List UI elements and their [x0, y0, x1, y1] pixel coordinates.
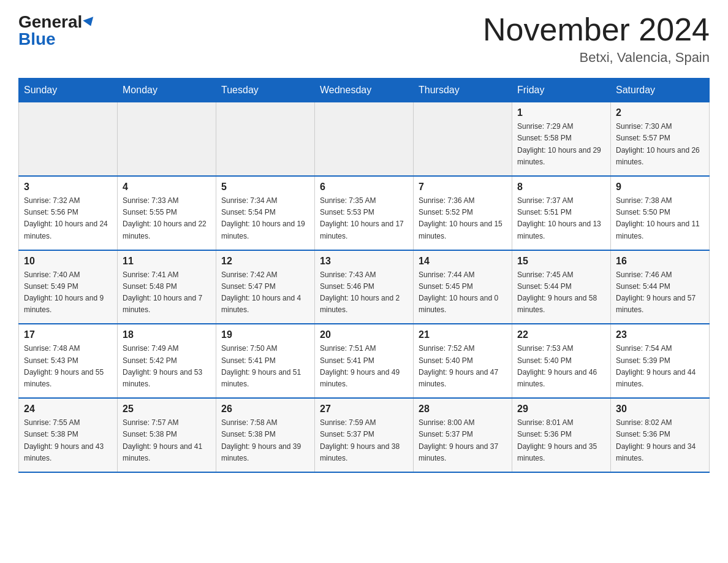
calendar-week-row: 10Sunrise: 7:40 AMSunset: 5:49 PMDayligh…: [19, 250, 710, 324]
day-number: 23: [616, 329, 704, 340]
calendar-day-cell: 7Sunrise: 7:36 AMSunset: 5:52 PMDaylight…: [414, 176, 512, 250]
day-number: 29: [517, 404, 605, 415]
calendar-day-cell: 13Sunrise: 7:43 AMSunset: 5:46 PMDayligh…: [315, 250, 414, 324]
calendar-day-cell: 1Sunrise: 7:29 AMSunset: 5:58 PMDaylight…: [512, 102, 611, 176]
title-block: November 2024 Betxi, Valencia, Spain: [483, 12, 710, 66]
calendar-day-cell: 6Sunrise: 7:35 AMSunset: 5:53 PMDaylight…: [315, 176, 414, 250]
calendar-day-cell: 25Sunrise: 7:57 AMSunset: 5:38 PMDayligh…: [118, 398, 216, 472]
day-info: Sunrise: 7:53 AMSunset: 5:40 PMDaylight:…: [517, 343, 605, 390]
day-number: 28: [419, 404, 507, 415]
day-number: 9: [616, 182, 704, 193]
day-info: Sunrise: 7:30 AMSunset: 5:57 PMDaylight:…: [616, 121, 704, 168]
day-info: Sunrise: 7:36 AMSunset: 5:52 PMDaylight:…: [419, 195, 507, 242]
page-header: General Blue November 2024 Betxi, Valenc…: [18, 12, 710, 66]
day-info: Sunrise: 7:58 AMSunset: 5:38 PMDaylight:…: [221, 417, 309, 464]
day-info: Sunrise: 7:59 AMSunset: 5:37 PMDaylight:…: [320, 417, 408, 464]
logo-triangle-icon: [83, 17, 96, 28]
calendar-day-cell: 5Sunrise: 7:34 AMSunset: 5:54 PMDaylight…: [216, 176, 315, 250]
calendar-subtitle: Betxi, Valencia, Spain: [483, 50, 710, 66]
calendar-day-cell: 10Sunrise: 7:40 AMSunset: 5:49 PMDayligh…: [19, 250, 118, 324]
weekday-header-cell: Monday: [118, 79, 216, 102]
calendar-day-cell: 18Sunrise: 7:49 AMSunset: 5:42 PMDayligh…: [118, 324, 216, 398]
calendar-day-cell: 4Sunrise: 7:33 AMSunset: 5:55 PMDaylight…: [118, 176, 216, 250]
calendar-day-cell: 14Sunrise: 7:44 AMSunset: 5:45 PMDayligh…: [414, 250, 512, 324]
calendar-day-cell: 23Sunrise: 7:54 AMSunset: 5:39 PMDayligh…: [611, 324, 710, 398]
day-info: Sunrise: 7:49 AMSunset: 5:42 PMDaylight:…: [123, 343, 211, 390]
day-number: 5: [221, 182, 309, 193]
day-number: 30: [616, 404, 704, 415]
day-number: 14: [419, 256, 507, 267]
calendar-day-cell: 3Sunrise: 7:32 AMSunset: 5:56 PMDaylight…: [19, 176, 118, 250]
calendar-day-cell: 19Sunrise: 7:50 AMSunset: 5:41 PMDayligh…: [216, 324, 315, 398]
day-number: 8: [517, 182, 605, 193]
calendar-day-cell: 11Sunrise: 7:41 AMSunset: 5:48 PMDayligh…: [118, 250, 216, 324]
day-number: 13: [320, 256, 408, 267]
day-info: Sunrise: 7:35 AMSunset: 5:53 PMDaylight:…: [320, 195, 408, 242]
calendar-table: SundayMondayTuesdayWednesdayThursdayFrid…: [18, 78, 710, 473]
day-info: Sunrise: 7:55 AMSunset: 5:38 PMDaylight:…: [24, 417, 112, 464]
day-number: 2: [616, 107, 704, 118]
weekday-header-cell: Sunday: [19, 79, 118, 102]
day-number: 10: [24, 256, 112, 267]
day-number: 19: [221, 329, 309, 340]
calendar-day-cell: 16Sunrise: 7:46 AMSunset: 5:44 PMDayligh…: [611, 250, 710, 324]
calendar-day-cell: 2Sunrise: 7:30 AMSunset: 5:57 PMDaylight…: [611, 102, 710, 176]
calendar-day-cell: 9Sunrise: 7:38 AMSunset: 5:50 PMDaylight…: [611, 176, 710, 250]
day-number: 6: [320, 182, 408, 193]
weekday-header-cell: Saturday: [611, 79, 710, 102]
day-number: 17: [24, 329, 112, 340]
day-info: Sunrise: 7:43 AMSunset: 5:46 PMDaylight:…: [320, 269, 408, 316]
day-number: 4: [123, 182, 211, 193]
day-number: 25: [123, 404, 211, 415]
day-info: Sunrise: 7:45 AMSunset: 5:44 PMDaylight:…: [517, 269, 605, 316]
calendar-week-row: 24Sunrise: 7:55 AMSunset: 5:38 PMDayligh…: [19, 398, 710, 472]
calendar-header: SundayMondayTuesdayWednesdayThursdayFrid…: [19, 79, 710, 102]
day-number: 26: [221, 404, 309, 415]
day-info: Sunrise: 7:54 AMSunset: 5:39 PMDaylight:…: [616, 343, 704, 390]
calendar-day-cell: [118, 102, 216, 176]
day-info: Sunrise: 7:29 AMSunset: 5:58 PMDaylight:…: [517, 121, 605, 168]
weekday-header-cell: Thursday: [414, 79, 512, 102]
day-number: 22: [517, 329, 605, 340]
day-info: Sunrise: 7:46 AMSunset: 5:44 PMDaylight:…: [616, 269, 704, 316]
calendar-day-cell: 17Sunrise: 7:48 AMSunset: 5:43 PMDayligh…: [19, 324, 118, 398]
calendar-day-cell: [216, 102, 315, 176]
calendar-day-cell: [315, 102, 414, 176]
day-info: Sunrise: 8:01 AMSunset: 5:36 PMDaylight:…: [517, 417, 605, 464]
calendar-day-cell: 15Sunrise: 7:45 AMSunset: 5:44 PMDayligh…: [512, 250, 611, 324]
calendar-week-row: 17Sunrise: 7:48 AMSunset: 5:43 PMDayligh…: [19, 324, 710, 398]
day-number: 16: [616, 256, 704, 267]
calendar-week-row: 1Sunrise: 7:29 AMSunset: 5:58 PMDaylight…: [19, 102, 710, 176]
day-info: Sunrise: 7:50 AMSunset: 5:41 PMDaylight:…: [221, 343, 309, 390]
calendar-day-cell: 29Sunrise: 8:01 AMSunset: 5:36 PMDayligh…: [512, 398, 611, 472]
calendar-day-cell: 21Sunrise: 7:52 AMSunset: 5:40 PMDayligh…: [414, 324, 512, 398]
weekday-header-row: SundayMondayTuesdayWednesdayThursdayFrid…: [19, 79, 710, 102]
day-number: 1: [517, 107, 605, 118]
calendar-body: 1Sunrise: 7:29 AMSunset: 5:58 PMDaylight…: [19, 102, 710, 472]
day-info: Sunrise: 7:38 AMSunset: 5:50 PMDaylight:…: [616, 195, 704, 242]
calendar-day-cell: 12Sunrise: 7:42 AMSunset: 5:47 PMDayligh…: [216, 250, 315, 324]
day-number: 7: [419, 182, 507, 193]
weekday-header-cell: Friday: [512, 79, 611, 102]
calendar-day-cell: 20Sunrise: 7:51 AMSunset: 5:41 PMDayligh…: [315, 324, 414, 398]
day-info: Sunrise: 8:00 AMSunset: 5:37 PMDaylight:…: [419, 417, 507, 464]
weekday-header-cell: Tuesday: [216, 79, 315, 102]
day-number: 20: [320, 329, 408, 340]
calendar-day-cell: [414, 102, 512, 176]
day-number: 18: [123, 329, 211, 340]
day-info: Sunrise: 7:41 AMSunset: 5:48 PMDaylight:…: [123, 269, 211, 316]
day-number: 15: [517, 256, 605, 267]
day-number: 24: [24, 404, 112, 415]
logo: General Blue: [18, 12, 95, 49]
day-number: 27: [320, 404, 408, 415]
day-info: Sunrise: 8:02 AMSunset: 5:36 PMDaylight:…: [616, 417, 704, 464]
day-info: Sunrise: 7:51 AMSunset: 5:41 PMDaylight:…: [320, 343, 408, 390]
day-info: Sunrise: 7:40 AMSunset: 5:49 PMDaylight:…: [24, 269, 112, 316]
day-number: 12: [221, 256, 309, 267]
day-info: Sunrise: 7:33 AMSunset: 5:55 PMDaylight:…: [123, 195, 211, 242]
day-info: Sunrise: 7:37 AMSunset: 5:51 PMDaylight:…: [517, 195, 605, 242]
day-number: 21: [419, 329, 507, 340]
day-info: Sunrise: 7:52 AMSunset: 5:40 PMDaylight:…: [419, 343, 507, 390]
calendar-day-cell: 24Sunrise: 7:55 AMSunset: 5:38 PMDayligh…: [19, 398, 118, 472]
calendar-day-cell: 28Sunrise: 8:00 AMSunset: 5:37 PMDayligh…: [414, 398, 512, 472]
